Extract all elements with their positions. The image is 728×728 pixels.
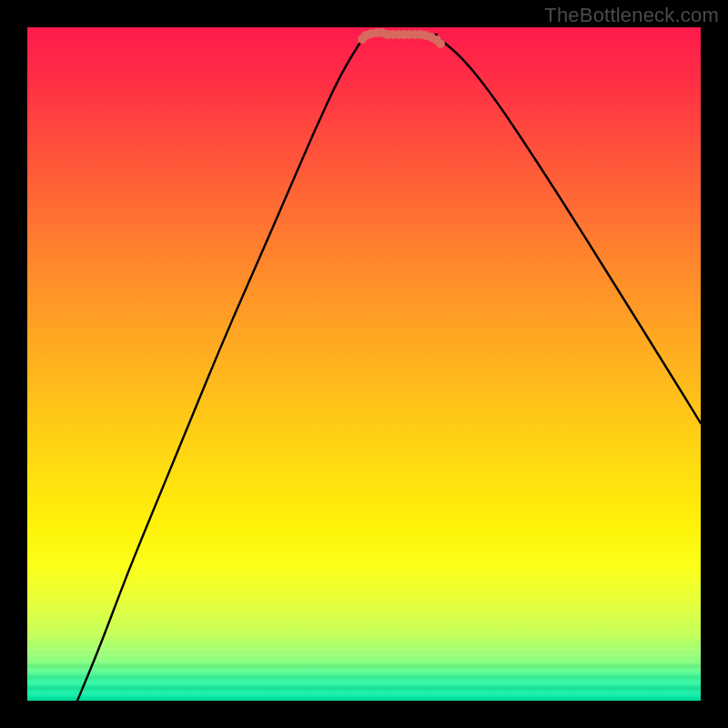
plot-area <box>27 27 701 701</box>
right-branch <box>437 36 701 423</box>
watermark-text: TheBottleneck.com <box>544 4 719 27</box>
plateau-marker-dots <box>358 28 445 48</box>
left-branch <box>77 36 364 701</box>
marker-dot <box>436 39 445 48</box>
curve-layer <box>27 27 701 701</box>
chart-frame: TheBottleneck.com <box>0 0 728 728</box>
